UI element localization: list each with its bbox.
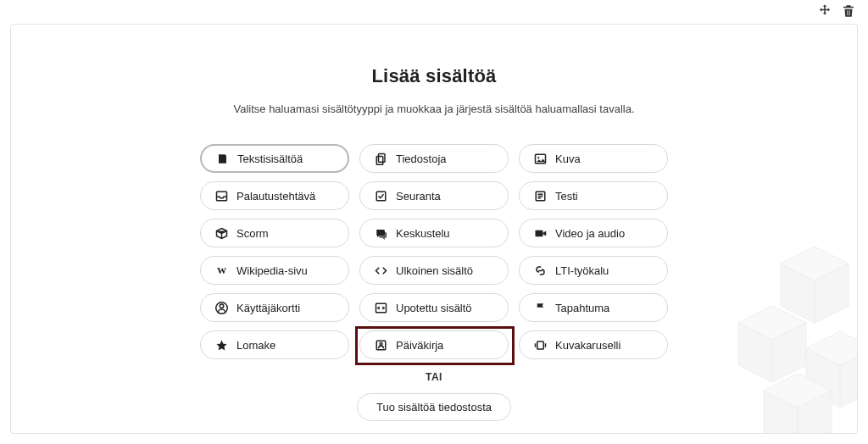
content-type-label: LTI-työkalu xyxy=(555,264,609,277)
divider-or: TAI xyxy=(11,371,857,383)
panel-title: Lisää sisältöä xyxy=(11,65,857,87)
content-type-wikipedia[interactable]: Wikipedia-sivu xyxy=(200,256,349,285)
content-type-label: Käyttäjäkortti xyxy=(236,302,300,314)
import-from-file-button[interactable]: Tuo sisältöä tiedostosta xyxy=(357,393,511,421)
content-type-assignment[interactable]: Palautustehtävä xyxy=(200,181,349,210)
content-type-label: Seuranta xyxy=(396,190,441,203)
content-type-label: Palautustehtävä xyxy=(236,190,315,203)
content-type-scorm[interactable]: Scorm xyxy=(200,219,349,247)
content-type-label: Tapahtuma xyxy=(555,302,609,314)
move-icon[interactable] xyxy=(817,3,832,19)
wikipedia-icon xyxy=(214,264,228,277)
copy-icon xyxy=(374,152,387,165)
checkbox-icon xyxy=(374,189,387,203)
content-type-image[interactable]: Kuva xyxy=(519,144,668,173)
panel-subtitle: Valitse haluamasi sisältötyyppi ja muokk… xyxy=(11,103,857,115)
content-type-video[interactable]: Video ja audio xyxy=(519,219,668,247)
add-content-panel: Lisää sisältöä Valitse haluamasi sisältö… xyxy=(10,24,858,434)
content-type-files[interactable]: Tiedostoja xyxy=(359,144,509,173)
content-type-test[interactable]: Testi xyxy=(519,181,668,210)
content-type-label: Tiedostoja xyxy=(396,153,447,165)
import-row: Tuo sisältöä tiedostosta xyxy=(11,393,857,421)
content-type-label: Video ja audio xyxy=(555,227,625,240)
trash-icon[interactable] xyxy=(841,3,856,19)
chat-icon xyxy=(374,226,387,240)
flag-icon xyxy=(533,301,547,314)
content-type-label: Keskustelu xyxy=(396,227,450,240)
content-type-label: Testi xyxy=(555,190,578,203)
content-type-label: Wikipedia-sivu xyxy=(236,264,308,277)
contact-icon xyxy=(374,338,387,352)
link-icon xyxy=(533,264,547,277)
content-type-embed[interactable]: Upotettu sisältö xyxy=(359,293,509,322)
content-type-label: Upotettu sisältö xyxy=(396,302,472,314)
content-type-label: Scorm xyxy=(236,227,269,240)
content-type-label: Lomake xyxy=(236,339,275,352)
content-type-form[interactable]: Lomake xyxy=(200,330,349,359)
content-type-label: Kuva xyxy=(555,153,581,165)
content-type-usercard[interactable]: Käyttäjäkortti xyxy=(200,293,349,322)
package-icon xyxy=(214,226,228,240)
content-type-external[interactable]: Ulkoinen sisältö xyxy=(359,256,509,285)
content-type-grid: TekstisisältöäTiedostojaKuvaPalautusteht… xyxy=(11,144,857,359)
content-type-discussion[interactable]: Keskustelu xyxy=(359,219,509,247)
list-icon xyxy=(533,189,547,203)
video-icon xyxy=(533,226,547,240)
content-type-label: Tekstisisältöä xyxy=(237,153,303,165)
content-type-lti[interactable]: LTI-työkalu xyxy=(519,256,668,285)
content-type-label: Kuvakaruselli xyxy=(555,339,620,352)
content-type-label: Päiväkirja xyxy=(396,339,443,352)
embed-icon xyxy=(374,301,387,314)
inbox-icon xyxy=(214,189,228,203)
panel-toolbar xyxy=(817,3,856,19)
content-type-label: Ulkoinen sisältö xyxy=(396,264,473,277)
code-icon xyxy=(374,264,387,277)
book-icon xyxy=(215,152,229,165)
content-type-diary[interactable]: Päiväkirja xyxy=(359,330,509,359)
content-type-tracking[interactable]: Seuranta xyxy=(359,181,509,210)
content-type-event[interactable]: Tapahtuma xyxy=(519,293,668,322)
content-type-carousel[interactable]: Kuvakaruselli xyxy=(519,330,668,359)
user-icon xyxy=(214,301,228,314)
star-icon xyxy=(214,338,228,352)
carousel-icon xyxy=(533,338,547,352)
image-icon xyxy=(533,152,547,165)
content-type-text[interactable]: Tekstisisältöä xyxy=(200,144,349,173)
